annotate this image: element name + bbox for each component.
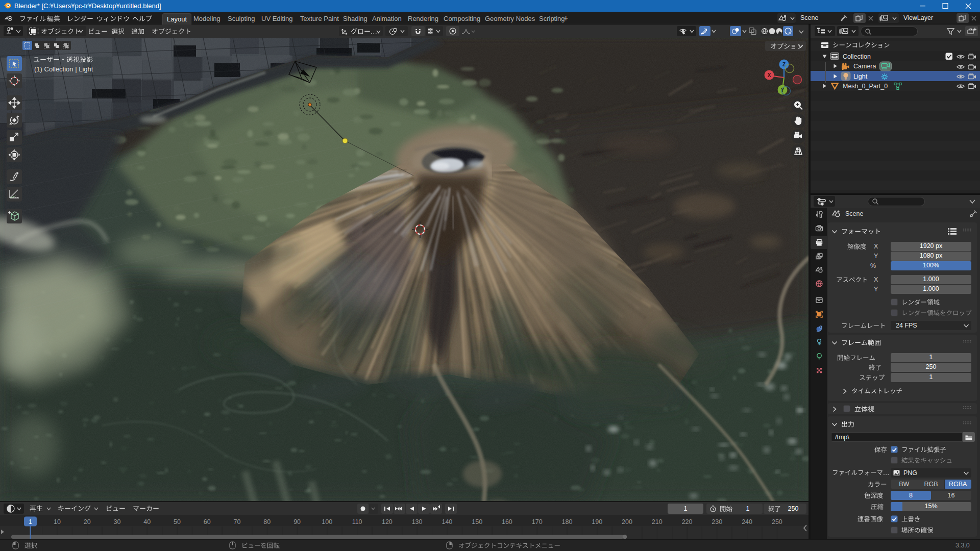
svg-text:90: 90: [293, 518, 301, 525]
svg-text:100: 100: [322, 518, 332, 525]
svg-text:170: 170: [532, 518, 543, 525]
svg-text:Z: Z: [782, 62, 786, 67]
svg-text:130: 130: [412, 518, 423, 525]
svg-text:10: 10: [54, 518, 61, 525]
svg-text:160: 160: [502, 518, 512, 525]
svg-text:60: 60: [204, 518, 211, 525]
svg-text:120: 120: [382, 518, 393, 525]
svg-text:50: 50: [174, 518, 181, 525]
svg-text:210: 210: [652, 518, 663, 525]
svg-text:190: 190: [592, 518, 602, 525]
svg-text:1: 1: [29, 518, 32, 525]
svg-text:240: 240: [742, 518, 752, 525]
svg-text:110: 110: [352, 518, 362, 525]
svg-text:X: X: [768, 72, 771, 78]
svg-text:20: 20: [84, 518, 91, 525]
svg-text:180: 180: [562, 518, 573, 525]
svg-text:70: 70: [234, 518, 241, 525]
svg-text:250: 250: [772, 518, 782, 525]
svg-text:220: 220: [682, 518, 693, 525]
svg-text:230: 230: [712, 518, 722, 525]
svg-text:200: 200: [622, 518, 632, 525]
svg-text:150: 150: [472, 518, 482, 525]
svg-text:140: 140: [442, 518, 452, 525]
svg-text:40: 40: [143, 518, 151, 525]
svg-text:80: 80: [263, 518, 271, 525]
svg-text:30: 30: [113, 518, 120, 525]
